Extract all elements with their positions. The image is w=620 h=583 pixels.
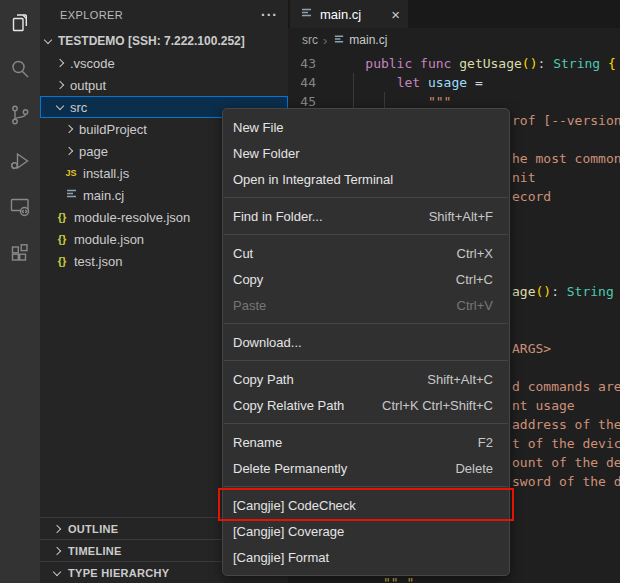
chevron-right-icon <box>65 147 73 155</box>
tree-item-label: test.json <box>74 254 122 269</box>
menu-separator <box>224 423 508 424</box>
line-number: 44 <box>288 73 316 92</box>
workspace-label: TESTDEMO [SSH: 7.222.100.252] <box>58 34 245 48</box>
panel-label: TYPE HIERARCHY <box>68 567 169 579</box>
search-icon[interactable] <box>0 46 40 92</box>
code-fragment: sword of the d <box>512 472 620 491</box>
chevron-down-icon <box>56 101 64 109</box>
menu-item-new-file[interactable]: New File <box>223 114 509 140</box>
chevron-down-icon <box>44 35 52 43</box>
menu-item-delete-permanently[interactable]: Delete PermanentlyDelete <box>223 455 509 481</box>
code-fragment: ARGS> <box>512 339 551 358</box>
cangjie-file-icon <box>63 187 79 203</box>
menu-item-copy-relative-path[interactable]: Copy Relative PathCtrl+K Ctrl+Shift+C <box>223 392 509 418</box>
chevron-right-icon <box>65 125 73 133</box>
indent-guide <box>353 73 354 111</box>
activity-bar <box>0 0 40 583</box>
code-fragment: rof [--version <box>512 111 620 130</box>
code-fragment: nit <box>512 168 535 187</box>
json-file-icon: {} <box>54 255 70 267</box>
menu-item-cangjie-coverage[interactable]: [Cangjie] Coverage <box>223 518 509 544</box>
menu-item-cut[interactable]: CutCtrl+X <box>223 240 509 266</box>
code-fragment: d commands are <box>512 377 620 396</box>
tree-item-label: .vscode <box>70 56 115 71</box>
menu-item-find-in-folder[interactable]: Find in Folder...Shift+Alt+F <box>223 203 509 229</box>
menu-separator <box>224 323 508 324</box>
source-control-icon[interactable] <box>0 92 40 138</box>
tree-item-label: main.cj <box>83 188 124 203</box>
tree-item-label: src <box>70 100 87 115</box>
breadcrumb: src › main.cj <box>288 28 620 52</box>
more-actions-icon[interactable]: ··· <box>261 7 278 23</box>
remote-explorer-icon[interactable] <box>0 184 40 230</box>
explorer-icon[interactable] <box>0 0 40 46</box>
code-fragment: t of the devic <box>512 434 620 453</box>
menu-separator <box>224 360 508 361</box>
json-file-icon: {} <box>54 233 70 245</box>
tree-item-output[interactable]: output <box>40 74 288 96</box>
tab-maincj[interactable]: main.cj × <box>290 0 408 28</box>
menu-item-new-folder[interactable]: New Folder <box>223 140 509 166</box>
breadcrumb-file[interactable]: main.cj <box>332 33 387 48</box>
menu-item-open-in-integrated-terminal[interactable]: Open in Integrated Terminal <box>223 166 509 192</box>
tree-item-label: page <box>79 144 108 159</box>
panel-label: TIMELINE <box>68 545 122 557</box>
menu-item-cangjie-codecheck[interactable]: [Cangjie] CodeCheck <box>223 492 509 518</box>
chevron-right-icon <box>53 524 61 532</box>
menu-item-copy[interactable]: CopyCtrl+C <box>223 266 509 292</box>
line-number: 43 <box>288 54 316 73</box>
code-fragment: he most common <box>512 149 620 168</box>
menu-separator <box>224 234 508 235</box>
menu-item-paste[interactable]: PasteCtrl+V <box>223 292 509 318</box>
menu-item-rename[interactable]: RenameF2 <box>223 429 509 455</box>
menu-item-download[interactable]: Download... <box>223 329 509 355</box>
run-debug-icon[interactable] <box>0 138 40 184</box>
tab-bar: main.cj × <box>288 0 620 28</box>
cangjie-file-icon <box>298 6 314 22</box>
panel-label: OUTLINE <box>68 523 118 535</box>
chevron-right-icon <box>53 546 61 554</box>
code-line-43: 43 public func getUsage(): String { <box>288 54 616 73</box>
tree-item-label: install.js <box>83 166 129 181</box>
breadcrumb-separator: › <box>323 33 327 48</box>
extensions-icon[interactable] <box>0 230 40 276</box>
code-line-44: 44 let usage = <box>288 73 483 92</box>
close-icon[interactable]: × <box>391 7 400 22</box>
tree-item-label: output <box>70 78 106 93</box>
json-file-icon: {} <box>54 211 70 223</box>
tree-item-vscode[interactable]: .vscode <box>40 52 288 74</box>
menu-item-cangjie-format[interactable]: [Cangjie] Format <box>223 544 509 570</box>
js-file-icon: JS <box>63 168 79 178</box>
sidebar-header: EXPLORER ··· <box>40 0 288 30</box>
menu-separator <box>224 197 508 198</box>
code-fragment: nt usage <box>512 396 575 415</box>
code-fragment: ount of the de <box>512 453 620 472</box>
code-fragment: address of the <box>512 415 620 434</box>
vscode-window: EXPLORER ··· TESTDEMO [SSH: 7.222.100.25… <box>0 0 620 583</box>
menu-separator <box>224 486 508 487</box>
chevron-right-icon <box>56 81 64 89</box>
code-fragment-signature: age(): String <box>512 282 614 301</box>
chevron-right-icon <box>56 59 64 67</box>
tab-label: main.cj <box>320 7 361 22</box>
tree-item-label: module.json <box>74 232 144 247</box>
cangjie-file-icon <box>332 33 345 48</box>
chevron-down-icon <box>53 567 61 575</box>
sidebar-title: EXPLORER <box>60 9 123 21</box>
tree-item-label: buildProject <box>79 122 147 137</box>
workspace-root[interactable]: TESTDEMO [SSH: 7.222.100.252] <box>40 30 288 52</box>
breadcrumb-dir[interactable]: src <box>302 33 318 47</box>
context-menu: New File New Folder Open in Integrated T… <box>222 108 510 576</box>
menu-item-copy-path[interactable]: Copy PathShift+Alt+C <box>223 366 509 392</box>
code-fragment-peek: "" " <box>383 575 414 583</box>
tree-item-label: module-resolve.json <box>74 210 190 225</box>
code-fragment: ecord <box>512 187 551 206</box>
